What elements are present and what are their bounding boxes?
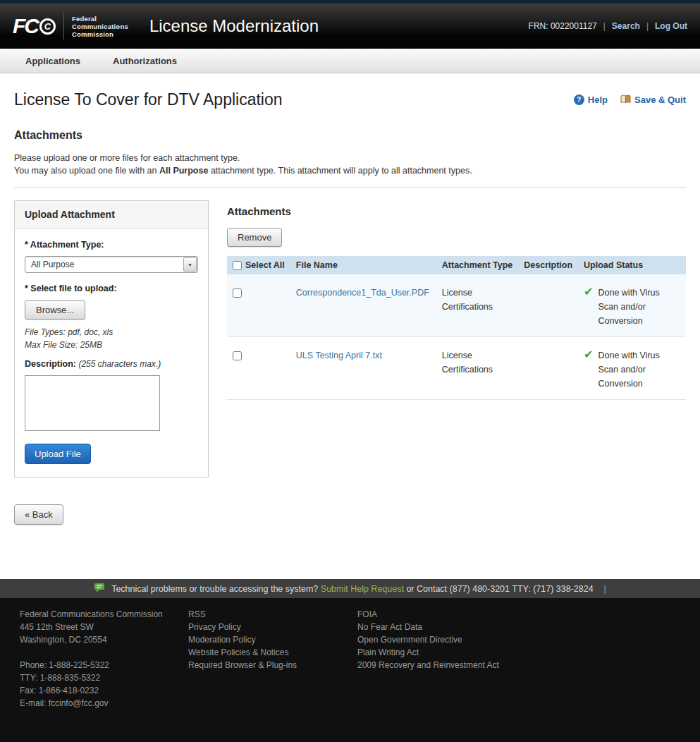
app-header: FCC Federal Communications Commission Li…: [0, 4, 700, 49]
intro-line-2-suffix: attachment type. This attachment will ap…: [208, 166, 472, 176]
main-nav: Applications Authorizations: [0, 49, 700, 73]
footer-link-required-browser[interactable]: Required Browser & Plug-ins: [188, 659, 357, 671]
footer-link-privacy-policy[interactable]: Privacy Policy: [188, 621, 357, 633]
help-label: Help: [588, 95, 608, 105]
footer-address-column: Federal Communications Commission 445 12…: [20, 608, 188, 710]
footer-link-website-policies[interactable]: Website Policies & Notices: [188, 646, 357, 659]
help-icon: ?: [574, 95, 584, 105]
upload-panel-title: Upload Attachment: [15, 201, 208, 229]
footer-link-rss[interactable]: RSS: [188, 608, 357, 621]
fcc-logo-text: FC: [13, 14, 38, 38]
file-link[interactable]: Correspondence1_Tda_User.PDF: [296, 288, 429, 298]
upload-status-text: Done with Virus Scan and/or Conversion: [598, 348, 680, 391]
description-header: Description: [518, 256, 578, 274]
upload-status-header: Upload Status: [578, 256, 686, 274]
footer-address-line: 445 12th Street SW: [20, 621, 188, 633]
browse-button[interactable]: Browse...: [25, 300, 85, 320]
frn-label: FRN: 0022001127: [529, 21, 597, 31]
help-bar-text: Technical problems or trouble accessing …: [111, 584, 593, 594]
upload-file-button[interactable]: Upload File: [25, 444, 91, 464]
footer-address-line: Washington, DC 20554: [20, 633, 188, 646]
save-quit-book-icon: [620, 95, 631, 106]
header-utility-links: FRN: 0022001127 | Search | Log Out: [529, 21, 687, 31]
back-button[interactable]: « Back: [14, 504, 63, 525]
checkmark-icon: ✔: [584, 286, 593, 328]
row-checkbox-cell: [227, 337, 290, 400]
separator: |: [646, 21, 649, 31]
footer-link-foia[interactable]: FOIA: [357, 608, 499, 621]
table-row: Correspondence1_Tda_User.PDF License Cer…: [227, 274, 686, 337]
site-footer: Federal Communications Commission 445 12…: [0, 598, 700, 742]
footer-email: E-mail: fccinfo@fcc.gov: [20, 697, 188, 710]
agency-name: Federal Communications Commission: [72, 15, 128, 38]
nav-item-authorizations[interactable]: Authorizations: [113, 56, 177, 66]
table-row: ULS Testing April 7.txt License Certific…: [227, 337, 686, 400]
description-cell: [518, 337, 578, 400]
section-divider: [14, 187, 686, 188]
footer-fax: Fax: 1-866-418-0232: [20, 684, 188, 697]
row-checkbox[interactable]: [233, 288, 242, 298]
row-checkbox[interactable]: [233, 351, 242, 360]
select-all-header: Select All: [227, 256, 290, 274]
footer-tty: TTY: 1-888-835-5322: [20, 671, 188, 684]
upload-status-cell: ✔ Done with Virus Scan and/or Conversion: [578, 337, 686, 400]
help-link[interactable]: ? Help: [574, 95, 608, 105]
page-action-links: ? Help Save & Quit: [574, 95, 686, 106]
footer-link-open-government[interactable]: Open Government Directive: [357, 633, 499, 646]
attachments-section: Attachments Remove Select All: [227, 200, 686, 400]
footer-link-recovery-act[interactable]: 2009 Recovery and Reinvestment Act: [357, 659, 499, 671]
separator: |: [603, 21, 606, 31]
select-all-label: Select All: [245, 260, 285, 270]
footer-address-line: Federal Communications Commission: [20, 608, 188, 621]
max-file-size-note: Max File Size: 25MB: [25, 339, 198, 351]
chevron-down-icon: ▼: [183, 257, 197, 272]
attachments-section-title: Attachments: [14, 129, 686, 142]
footer-link-moderation-policy[interactable]: Moderation Policy: [188, 633, 357, 646]
agency-line: Commission: [72, 30, 128, 38]
description-cell: [518, 274, 578, 337]
attachment-type-cell: License Certifications: [436, 337, 518, 400]
description-textarea[interactable]: [25, 375, 160, 431]
app-title: License Modernization: [149, 16, 319, 36]
intro-text: Please upload one or more files for each…: [14, 152, 686, 177]
page-title: License To Cover for DTV Application: [14, 90, 283, 109]
footer-links-column-2: FOIA No Fear Act Data Open Government Di…: [357, 608, 499, 671]
attachment-type-cell: License Certifications: [436, 274, 518, 337]
content-columns: Upload Attachment * Attachment Type: All…: [14, 200, 686, 478]
submit-help-request-link[interactable]: Submit Help Request: [321, 584, 404, 594]
select-file-label: * Select file to upload:: [25, 284, 198, 293]
file-name-cell: Correspondence1_Tda_User.PDF: [290, 274, 436, 337]
footer-links-column-1: RSS Privacy Policy Moderation Policy Web…: [188, 608, 357, 671]
logout-link[interactable]: Log Out: [655, 21, 687, 31]
select-all-checkbox[interactable]: [233, 261, 242, 270]
checkmark-icon: ✔: [584, 348, 593, 391]
main-content: License To Cover for DTV Application ? H…: [0, 73, 700, 579]
search-link[interactable]: Search: [612, 21, 640, 31]
footer-phone: Phone: 1-888-225-5322: [20, 659, 188, 671]
intro-line-2: You may also upload one file with an: [14, 166, 159, 176]
file-link[interactable]: ULS Testing April 7.txt: [296, 351, 382, 360]
help-bar: Technical problems or trouble accessing …: [0, 579, 700, 598]
agency-line: Federal: [72, 15, 128, 23]
upload-status-cell: ✔ Done with Virus Scan and/or Conversion: [578, 274, 686, 337]
attachment-type-header: Attachment Type: [436, 256, 518, 274]
help-bar-prefix: Technical problems or trouble accessing …: [111, 584, 321, 594]
file-name-header: File Name: [290, 256, 436, 274]
save-quit-link[interactable]: Save & Quit: [620, 95, 686, 106]
footer-link-no-fear-act[interactable]: No Fear Act Data: [357, 621, 499, 633]
help-bar-suffix: or Contact (877) 480-3201 TTY: (717) 338…: [404, 584, 594, 594]
attachments-table: Select All File Name Attachment Type Des…: [227, 256, 686, 400]
attachment-type-selected-value: All Purpose: [25, 260, 183, 269]
attachment-type-select[interactable]: All Purpose ▼: [25, 256, 198, 273]
footer-link-plain-writing[interactable]: Plain Writing Act: [357, 646, 499, 659]
file-types-note: File Types: pdf, doc, xls: [25, 326, 198, 339]
fcc-logo-icon: FCC: [13, 14, 56, 38]
logo-divider: [63, 13, 64, 39]
remove-button[interactable]: Remove: [227, 228, 282, 247]
help-chat-icon: [94, 583, 106, 595]
nav-item-applications[interactable]: Applications: [25, 56, 80, 66]
agency-line: Communications: [72, 23, 128, 30]
page: FCC Federal Communications Commission Li…: [0, 0, 700, 742]
table-header-row: Select All File Name Attachment Type Des…: [227, 256, 686, 274]
description-hint: (255 characters max.): [78, 359, 161, 369]
